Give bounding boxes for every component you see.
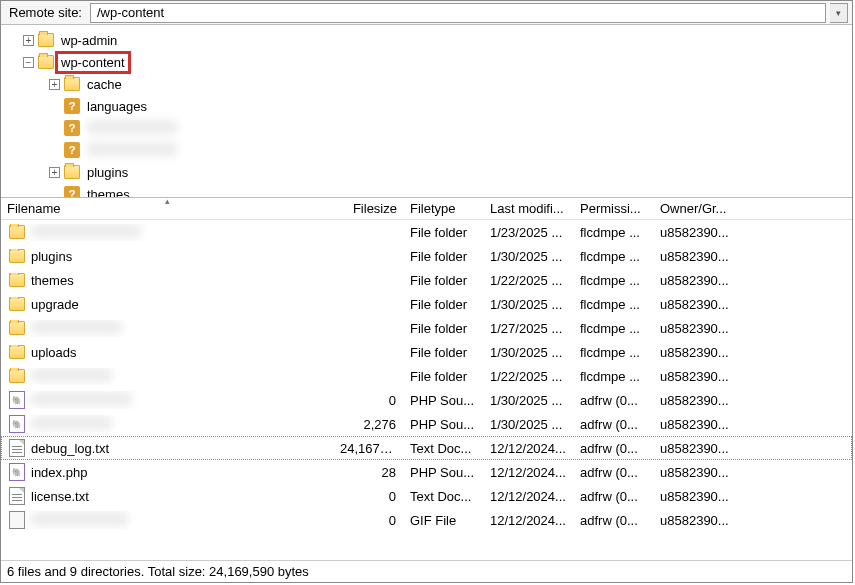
tree-node[interactable]: ?languages xyxy=(49,95,852,117)
file-mod: 12/12/2024... xyxy=(484,465,574,480)
file-mod: 1/30/2025 ... xyxy=(484,297,574,312)
file-mod: 1/30/2025 ... xyxy=(484,417,574,432)
file-own: u8582390... xyxy=(654,465,852,480)
file-name xyxy=(31,416,112,433)
remote-file-list: Filename ▴ Filesize Filetype Last modifi… xyxy=(1,198,852,560)
file-list-rows: File folder1/23/2025 ...flcdmpe ...u8582… xyxy=(1,220,852,532)
tree-node[interactable]: ? xyxy=(49,139,852,161)
tree-node[interactable]: ?themes xyxy=(49,183,852,198)
file-name: index.php xyxy=(31,465,87,480)
file-perm: adfrw (0... xyxy=(574,489,654,504)
expander-placeholder xyxy=(49,145,60,156)
file-perm: flcdmpe ... xyxy=(574,321,654,336)
file-row[interactable]: license.txt0Text Doc...12/12/2024...adfr… xyxy=(1,484,852,508)
folder-icon xyxy=(9,225,25,239)
file-size: 24,167,2... xyxy=(334,441,404,456)
file-own: u8582390... xyxy=(654,297,852,312)
unknown-folder-icon: ? xyxy=(64,120,80,136)
file-type: PHP Sou... xyxy=(404,417,484,432)
path-dropdown-button[interactable]: ▾ xyxy=(830,3,848,23)
file-type: File folder xyxy=(404,345,484,360)
tree-node-label: plugins xyxy=(84,164,131,181)
tree-node-label xyxy=(84,141,180,160)
file-size: 0 xyxy=(334,513,404,528)
tree-node[interactable]: +plugins xyxy=(49,161,852,183)
tree-node[interactable]: ? xyxy=(49,117,852,139)
folder-icon xyxy=(9,369,25,383)
file-own: u8582390... xyxy=(654,249,852,264)
column-filetype[interactable]: Filetype xyxy=(404,198,484,219)
remote-path-input[interactable] xyxy=(90,3,826,23)
remote-site-label: Remote site: xyxy=(5,3,86,22)
file-name: license.txt xyxy=(31,489,89,504)
tree-node-label: languages xyxy=(84,98,150,115)
file-row[interactable]: File folder1/23/2025 ...flcdmpe ...u8582… xyxy=(1,220,852,244)
file-own: u8582390... xyxy=(654,513,852,528)
file-type: PHP Sou... xyxy=(404,393,484,408)
file-row[interactable]: 🐘index.php28PHP Sou...12/12/2024...adfrw… xyxy=(1,460,852,484)
file-name: plugins xyxy=(31,249,72,264)
tree-node-label: themes xyxy=(84,186,133,199)
folder-icon xyxy=(38,33,54,47)
tree-node[interactable]: +cache xyxy=(49,73,852,95)
file-own: u8582390... xyxy=(654,369,852,384)
file-name: debug_log.txt xyxy=(31,441,109,456)
expand-icon[interactable]: + xyxy=(23,35,34,46)
file-row[interactable]: debug_log.txt24,167,2...Text Doc...12/12… xyxy=(1,436,852,460)
file-mod: 1/23/2025 ... xyxy=(484,225,574,240)
file-own: u8582390... xyxy=(654,321,852,336)
tree-node[interactable]: −wp-content xyxy=(23,51,852,73)
column-permissions[interactable]: Permissi... xyxy=(574,198,654,219)
tree-node-label xyxy=(84,119,180,138)
file-row[interactable]: uploadsFile folder1/30/2025 ...flcdmpe .… xyxy=(1,340,852,364)
file-name xyxy=(31,392,132,409)
file-row[interactable]: File folder1/22/2025 ...flcdmpe ...u8582… xyxy=(1,364,852,388)
expander-placeholder xyxy=(49,101,60,112)
folder-icon xyxy=(64,77,80,91)
file-own: u8582390... xyxy=(654,441,852,456)
collapse-icon[interactable]: − xyxy=(23,57,34,68)
file-type: GIF File xyxy=(404,513,484,528)
file-mod: 1/22/2025 ... xyxy=(484,273,574,288)
file-row[interactable]: 🐘0PHP Sou...1/30/2025 ...adfrw (0...u858… xyxy=(1,388,852,412)
tree-node[interactable]: +wp-admin xyxy=(23,29,852,51)
file-row[interactable]: upgradeFile folder1/30/2025 ...flcdmpe .… xyxy=(1,292,852,316)
unknown-folder-icon: ? xyxy=(64,142,80,158)
file-perm: adfrw (0... xyxy=(574,513,654,528)
file-row[interactable]: File folder1/27/2025 ...flcdmpe ...u8582… xyxy=(1,316,852,340)
column-last-modified[interactable]: Last modifi... xyxy=(484,198,574,219)
text-file-icon xyxy=(9,439,25,457)
file-row[interactable]: 0GIF File12/12/2024...adfrw (0...u858239… xyxy=(1,508,852,532)
file-name xyxy=(31,512,128,529)
file-perm: flcdmpe ... xyxy=(574,297,654,312)
file-size: 0 xyxy=(334,489,404,504)
file-type: File folder xyxy=(404,321,484,336)
folder-icon xyxy=(9,249,25,263)
column-filesize[interactable]: Filesize xyxy=(334,198,404,219)
file-mod: 1/27/2025 ... xyxy=(484,321,574,336)
file-mod: 1/30/2025 ... xyxy=(484,249,574,264)
file-row[interactable]: 🐘2,276PHP Sou...1/30/2025 ...adfrw (0...… xyxy=(1,412,852,436)
file-type: PHP Sou... xyxy=(404,465,484,480)
column-owner-group[interactable]: Owner/Gr... xyxy=(654,198,852,219)
file-type: File folder xyxy=(404,297,484,312)
file-row[interactable]: pluginsFile folder1/30/2025 ...flcdmpe .… xyxy=(1,244,852,268)
file-name: uploads xyxy=(31,345,77,360)
tree-node-label: wp-content xyxy=(58,54,128,71)
file-perm: adfrw (0... xyxy=(574,393,654,408)
file-size: 28 xyxy=(334,465,404,480)
file-size: 2,276 xyxy=(334,417,404,432)
file-name xyxy=(31,320,122,337)
expand-icon[interactable]: + xyxy=(49,167,60,178)
file-row[interactable]: themesFile folder1/22/2025 ...flcdmpe ..… xyxy=(1,268,852,292)
column-filename[interactable]: Filename ▴ xyxy=(1,198,334,219)
file-mod: 12/12/2024... xyxy=(484,441,574,456)
expand-icon[interactable]: + xyxy=(49,79,60,90)
folder-icon xyxy=(9,321,25,335)
file-type: File folder xyxy=(404,249,484,264)
file-mod: 1/30/2025 ... xyxy=(484,345,574,360)
folder-icon xyxy=(38,55,54,69)
remote-path-bar: Remote site: ▾ xyxy=(1,1,852,25)
remote-directory-tree[interactable]: +wp-admin−wp-content+cache?languages??+p… xyxy=(1,25,852,198)
expander-placeholder xyxy=(49,123,60,134)
